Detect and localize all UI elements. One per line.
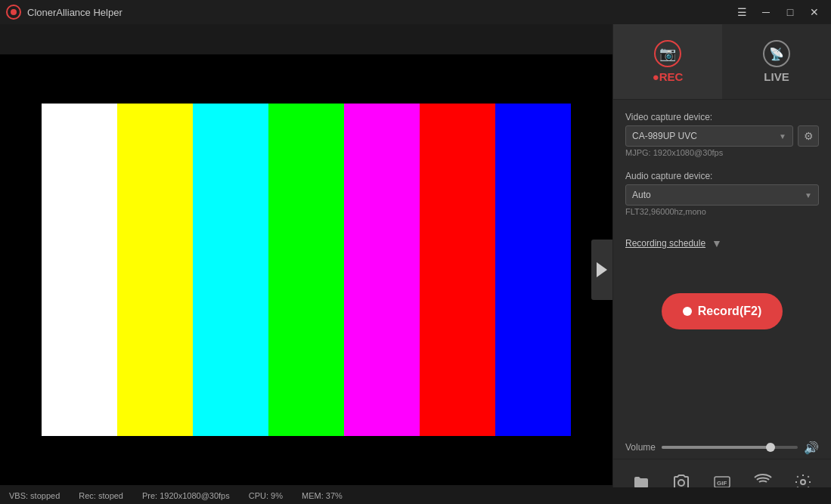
live-icon: 📡 [763,40,790,67]
color-bars [42,104,571,436]
audio-device-dropdown[interactable]: Auto ▼ [625,184,819,206]
color-bar [268,104,344,436]
video-device-settings-button[interactable]: ⚙ [798,125,819,147]
mem-status: MEM: 37% [302,491,343,500]
color-bar [117,104,193,436]
rec-status: Rec: stoped [79,491,123,500]
rec-icon: 📷 [654,40,681,67]
menu-button[interactable]: ☰ [731,4,752,20]
live-tab-label: LIVE [764,70,789,83]
rec-tab[interactable]: 📷 ●REC [613,24,722,99]
recording-schedule-row[interactable]: Recording schedule ▼ [625,237,819,249]
right-panel: 📷 ●REC 📡 LIVE Video capture device: CA-9… [612,24,831,504]
app-logo [6,5,21,20]
rec-live-tabs: 📷 ●REC 📡 LIVE [613,24,831,100]
recording-schedule-label[interactable]: Recording schedule [625,238,705,249]
audio-device-row: Auto ▼ [625,184,819,206]
app-title: ClonerAlliance Helper [27,7,122,18]
color-bar [344,104,420,436]
maximize-button[interactable]: □ [780,4,801,20]
svg-point-2 [678,480,684,486]
audio-device-label: Audio capture device: [625,171,819,181]
record-button-label: Record(F2) [698,305,761,318]
audio-device-info: FLT32,96000hz,mono [625,207,819,216]
gear-icon: ⚙ [804,130,814,142]
titlebar-controls: ☰ ─ □ ✕ [731,4,825,20]
record-dot-icon [683,307,692,316]
video-device-section: Video capture device: CA-989UP UVC ▼ ⚙ M… [625,112,819,157]
volume-slider-thumb[interactable] [766,443,775,452]
svg-text:GIF: GIF [717,480,727,487]
video-device-value: CA-989UP UVC [632,131,697,141]
rec-cam-icon: 📷 [659,45,676,62]
color-bar [495,104,571,436]
volume-slider-fill [662,446,771,449]
volume-speaker-icon[interactable]: 🔊 [804,441,819,455]
video-device-row: CA-989UP UVC ▼ ⚙ [625,125,819,147]
panel-content: Video capture device: CA-989UP UVC ▼ ⚙ M… [613,100,831,436]
svg-point-1 [11,9,17,15]
color-bar [420,104,495,436]
video-dropdown-arrow-icon: ▼ [779,132,786,141]
vbs-status: VBS: stopped [9,491,60,500]
volume-row: Volume 🔊 [613,436,831,459]
titlebar-left: ClonerAlliance Helper [6,5,122,20]
statusbar: VBS: stopped Rec: stoped Pre: 1920x1080@… [0,487,831,504]
pre-status: Pre: 1920x1080@30fps [142,491,230,500]
cpu-status: CPU: 9% [249,491,283,500]
live-tab[interactable]: 📡 LIVE [722,24,831,99]
play-triangle-icon [597,262,607,277]
rec-tab-label: ●REC [653,70,684,83]
svg-point-7 [801,480,805,484]
volume-label: Volume [625,442,656,453]
volume-slider[interactable] [662,446,798,449]
video-device-label: Video capture device: [625,112,819,122]
close-button[interactable]: ✕ [804,4,825,20]
video-device-info: MJPG: 1920x1080@30fps [625,148,819,157]
video-canvas [0,54,612,485]
minimize-button[interactable]: ─ [755,4,777,20]
play-button[interactable] [591,240,612,300]
video-device-dropdown[interactable]: CA-989UP UVC ▼ [625,125,793,147]
audio-dropdown-arrow-icon: ▼ [805,191,812,199]
record-button[interactable]: Record(F2) [662,293,783,329]
titlebar: ClonerAlliance Helper ☰ ─ □ ✕ [0,0,831,24]
video-area [0,24,612,504]
schedule-chevron-icon: ▼ [712,237,722,249]
color-bar [42,104,117,436]
main-layout: 📷 ●REC 📡 LIVE Video capture device: CA-9… [0,24,831,504]
audio-device-value: Auto [632,190,651,200]
video-top-bar [0,24,612,54]
live-antenna-icon: 📡 [769,47,784,61]
audio-device-section: Audio capture device: Auto ▼ FLT32,96000… [625,171,819,216]
color-bar [193,104,268,436]
